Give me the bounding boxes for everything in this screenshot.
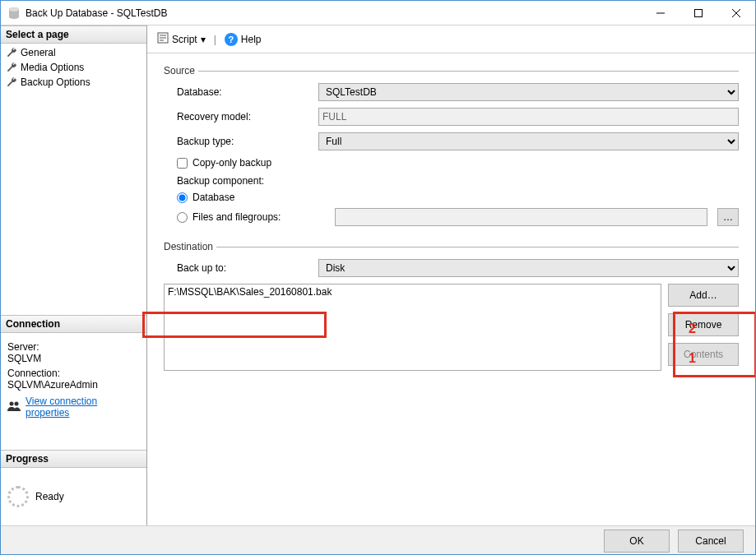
files-filegroups-field bbox=[335, 208, 707, 226]
svg-rect-3 bbox=[695, 9, 703, 16]
recovery-model-field bbox=[318, 108, 739, 126]
destination-list[interactable]: F:\MSSQL\BAK\Sales_20160801.bak bbox=[164, 284, 661, 371]
maximize-button[interactable] bbox=[679, 1, 717, 25]
page-label: General bbox=[21, 47, 56, 58]
dropdown-arrow-icon: ▾ bbox=[201, 34, 206, 45]
left-panel: Select a page General Media Options Back… bbox=[1, 25, 147, 525]
close-button[interactable] bbox=[717, 1, 755, 25]
database-radio[interactable] bbox=[177, 192, 188, 203]
destination-group: Destination Back up to: Disk F:\MSSQL\BA… bbox=[164, 241, 739, 371]
files-filegroups-browse-button[interactable]: … bbox=[717, 208, 739, 226]
help-label: Help bbox=[241, 34, 262, 45]
contents-button[interactable]: Contents bbox=[668, 343, 739, 366]
progress-body: Ready bbox=[1, 468, 146, 525]
copy-only-label: Copy-only backup bbox=[192, 157, 271, 169]
page-label: Media Options bbox=[21, 62, 84, 73]
backup-type-select[interactable]: Full bbox=[318, 132, 739, 150]
server-value: SQLVM bbox=[7, 353, 140, 364]
ok-button[interactable]: OK bbox=[604, 530, 670, 553]
progress-spinner-icon bbox=[7, 486, 29, 507]
connection-header: Connection bbox=[1, 315, 146, 333]
script-icon bbox=[157, 32, 169, 46]
script-button[interactable]: Script ▾ bbox=[157, 32, 206, 46]
wrench-icon bbox=[6, 76, 17, 88]
database-icon bbox=[7, 7, 21, 20]
dialog-footer: OK Cancel bbox=[1, 525, 755, 555]
backup-component-label: Backup component: bbox=[177, 175, 739, 187]
files-filegroups-label: Files and filegroups: bbox=[192, 211, 281, 223]
backup-to-select[interactable]: Disk bbox=[318, 259, 739, 277]
cancel-button[interactable]: Cancel bbox=[678, 530, 744, 553]
page-general[interactable]: General bbox=[1, 45, 146, 60]
svg-point-6 bbox=[10, 401, 14, 405]
backup-to-label: Back up to: bbox=[177, 262, 318, 274]
content-area: Source Database: SQLTestDB Recovery mode… bbox=[147, 53, 755, 525]
progress-header: Progress bbox=[1, 450, 146, 468]
connection-label: Connection: bbox=[7, 368, 140, 379]
connection-body: Server: SQLVM Connection: SQLVM\AzureAdm… bbox=[1, 333, 146, 450]
page-label: Backup Options bbox=[21, 76, 90, 88]
minimize-button[interactable] bbox=[642, 1, 679, 25]
source-legend: Source bbox=[164, 65, 198, 76]
view-connection-properties-link[interactable]: View connection properties bbox=[26, 395, 140, 419]
wrench-icon bbox=[6, 62, 17, 73]
remove-button[interactable]: Remove bbox=[668, 313, 739, 336]
database-label: Database: bbox=[177, 86, 318, 98]
progress-status: Ready bbox=[35, 491, 64, 502]
destination-path-item[interactable]: F:\MSSQL\BAK\Sales_20160801.bak bbox=[165, 284, 661, 299]
help-icon: ? bbox=[225, 33, 238, 46]
wrench-icon bbox=[6, 47, 17, 58]
recovery-model-label: Recovery model: bbox=[177, 111, 318, 123]
page-backup-options[interactable]: Backup Options bbox=[1, 75, 146, 90]
destination-legend: Destination bbox=[164, 241, 216, 252]
backup-type-label: Backup type: bbox=[177, 136, 318, 147]
database-select[interactable]: SQLTestDB bbox=[318, 83, 739, 101]
page-media-options[interactable]: Media Options bbox=[1, 60, 146, 75]
right-panel: Script ▾ | ? Help Source Database: SQLTe… bbox=[147, 25, 755, 525]
svg-point-7 bbox=[15, 401, 19, 405]
window-title: Back Up Database - SQLTestDB bbox=[26, 7, 642, 19]
select-page-header: Select a page bbox=[1, 25, 146, 44]
add-button[interactable]: Add… bbox=[668, 284, 739, 307]
people-icon bbox=[7, 400, 21, 414]
titlebar: Back Up Database - SQLTestDB bbox=[1, 1, 755, 25]
toolbar-separator: | bbox=[214, 34, 216, 45]
toolbar: Script ▾ | ? Help bbox=[147, 25, 755, 53]
source-group: Source Database: SQLTestDB Recovery mode… bbox=[164, 65, 739, 231]
script-label: Script bbox=[172, 34, 197, 45]
files-filegroups-radio[interactable] bbox=[177, 212, 188, 223]
help-button[interactable]: ? Help bbox=[225, 33, 262, 46]
svg-point-1 bbox=[9, 7, 19, 12]
connection-value: SQLVM\AzureAdmin bbox=[7, 379, 140, 391]
database-radio-label: Database bbox=[192, 192, 234, 203]
page-list: General Media Options Backup Options bbox=[1, 44, 146, 315]
copy-only-checkbox[interactable] bbox=[177, 158, 188, 169]
server-label: Server: bbox=[7, 341, 140, 353]
